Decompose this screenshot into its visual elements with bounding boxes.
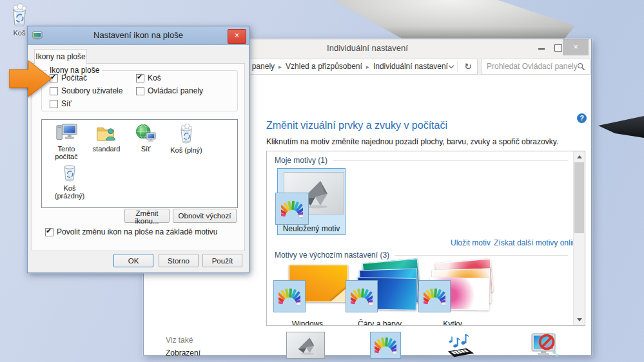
sounds-icon (420, 331, 503, 359)
divider (457, 62, 458, 71)
checkbox-recycle-bin[interactable]: ✔ Koš (136, 73, 161, 82)
icon-item-label: Tento počítač (46, 145, 87, 160)
divider (333, 160, 568, 161)
see-also-header: Viz také (166, 334, 264, 347)
checkbox-label: Koš (148, 73, 161, 82)
dialog-title: Nastavení ikon na ploše (28, 30, 249, 40)
breadcrumb-item-appearance[interactable]: Vzhled a přizpůsobení (282, 59, 366, 74)
icon-item-bin-full[interactable]: Koš (plný) (166, 123, 207, 154)
desktop-icon-settings-dialog: Nastavení ikon na ploše × Ikony na ploše… (27, 26, 249, 273)
breadcrumb-item-personalization[interactable]: Individuální nastavení (369, 59, 452, 74)
change-icon-button[interactable]: Změnit ikonu... (124, 209, 170, 223)
checkbox-box[interactable]: ✔ (45, 228, 54, 236)
dialog-close-button[interactable]: × (228, 29, 246, 44)
theme-label: Neuložený motiv (278, 224, 345, 233)
icon-list: Tento počítač standard Síť Koš (plný) Ko… (41, 119, 238, 208)
checkbox-network[interactable]: Síť (50, 99, 72, 108)
theme-color-fan-icon (418, 280, 451, 312)
display-link[interactable]: Zobrazení (166, 347, 264, 359)
page-title: Změnit vizuální prvky a zvuky v počítači (266, 120, 447, 131)
get-more-themes-link[interactable]: Získat další motivy online (494, 238, 581, 247)
dialog-titlebar[interactable]: Nastavení ikon na ploše × (28, 26, 249, 45)
icon-item-label: Koš (prázdný) (49, 184, 90, 200)
checkbox-box[interactable] (136, 87, 144, 95)
wallpaper-dark-shape (593, 116, 644, 140)
checkbox-label: Síť (61, 99, 72, 108)
group-header-my-themes: Moje motivy (1) (275, 156, 568, 165)
check-icon: ✔ (137, 73, 142, 81)
maximize-icon (554, 44, 562, 52)
divider (395, 255, 568, 256)
theme-color-fan-icon (275, 193, 309, 225)
theme-tile-unsaved[interactable]: Neuložený motiv (277, 168, 346, 235)
recycle-bin-icon (7, 3, 32, 28)
theme-color-fan-icon (346, 280, 378, 312)
sounds-item[interactable]: Zvuky Výchozí nastavení (420, 331, 503, 362)
desktop: Koš Individuální nastavení × Ovládací pa… (0, 0, 644, 362)
checkbox-label: Povolit změnu ikon na ploše na základě m… (57, 227, 217, 236)
desktop-background-item[interactable]: Pozadí plochy asus (264, 331, 347, 362)
desktop-background-thumbnail (264, 331, 347, 359)
icon-item-label: standard (86, 145, 127, 153)
page-subtitle: Kliknutím na motiv změníte najednou poza… (266, 137, 558, 146)
group-header-label: Motivy ve výchozím nastavení (3) (275, 251, 389, 260)
theme-label: Kytky (416, 319, 489, 326)
close-button[interactable]: × (563, 39, 589, 55)
tab-panel: Ikony na ploše ✔ Počítač ✔ Koš Soubory u… (32, 63, 245, 251)
checkbox-label: Ovládací panely (148, 86, 203, 95)
ok-button[interactable]: OK (113, 254, 153, 267)
check-icon: ✔ (46, 227, 52, 235)
recycle-bin-full-icon (176, 123, 197, 145)
recycle-bin-empty-icon (59, 161, 80, 183)
checkbox-user-files[interactable]: Soubory uživatele (50, 86, 122, 95)
icon-item-network[interactable]: Síť (125, 123, 166, 153)
apply-button[interactable]: Použít (202, 254, 242, 267)
chevron-down-icon[interactable] (449, 64, 454, 69)
search-input[interactable] (482, 59, 577, 73)
refresh-icon[interactable]: ↻ (464, 59, 472, 74)
help-icon[interactable]: ? (577, 113, 587, 123)
checkbox-label: Počítač (61, 73, 87, 82)
minimize-icon (538, 48, 545, 50)
checkbox-allow-theme-icons[interactable]: ✔ Povolit změnu ikon na ploše na základě… (45, 227, 217, 236)
search-box[interactable] (481, 59, 590, 75)
scrollbar[interactable] (573, 151, 585, 325)
minimize-button[interactable] (534, 39, 549, 55)
group-header-label: Moje motivy (1) (275, 156, 327, 165)
themes-panel: Moje motivy (1) Neuložený motiv Uložit m… (266, 151, 585, 326)
screensaver-icon (502, 331, 586, 359)
color-fan-icon (370, 332, 401, 359)
cancel-button[interactable]: Storno (159, 254, 199, 267)
checkbox-control-panel[interactable]: Ovládací panely (136, 86, 203, 95)
theme-tile-windows[interactable]: Windows (271, 261, 344, 325)
computer-icon (55, 123, 77, 144)
color-item[interactable]: Barva Automaticky (344, 331, 427, 362)
theme-tile-lines-colors[interactable]: Čáry a barvy (343, 261, 416, 325)
taskbar-navigation-link[interactable]: Hlavní panel a navigace (166, 359, 264, 362)
checkbox-box[interactable] (50, 100, 58, 108)
theme-tile-flowers[interactable]: Kytky (416, 261, 489, 325)
icon-item-this-computer[interactable]: Tento počítač (46, 123, 87, 160)
scroll-down-icon[interactable] (574, 314, 585, 325)
screensaver-item[interactable]: Spořič obrazovky Žádný (502, 331, 586, 362)
scroll-up-icon[interactable] (574, 151, 585, 162)
see-also-section: Viz také Zobrazení Hlavní panel a naviga… (166, 334, 264, 362)
network-icon (135, 123, 157, 144)
wallpaper-laptop-lid (284, 0, 580, 43)
checkbox-label: Soubory uživatele (61, 86, 122, 95)
theme-label: Čáry a barvy (343, 319, 416, 326)
icon-item-label: Koš (plný) (166, 146, 207, 154)
restore-default-button[interactable]: Obnovit výchozí (173, 209, 237, 223)
theme-color-fan-icon (273, 280, 306, 312)
checkbox-box[interactable]: ✔ (136, 74, 144, 82)
theme-label: Windows (271, 319, 344, 326)
group-header-default-themes: Motivy ve výchozím nastavení (3) (275, 251, 568, 260)
icon-item-user-folder[interactable]: standard (86, 123, 127, 153)
icon-item-bin-empty[interactable]: Koš (prázdný) (49, 161, 90, 200)
save-theme-link[interactable]: Uložit motiv (451, 238, 491, 247)
checkbox-computer[interactable]: ✔ Počítač (50, 73, 87, 82)
user-folder-icon (95, 123, 117, 144)
highlight-arrow-icon (9, 59, 54, 99)
scrollbar-thumb[interactable] (574, 162, 584, 233)
search-icon[interactable] (577, 62, 585, 71)
